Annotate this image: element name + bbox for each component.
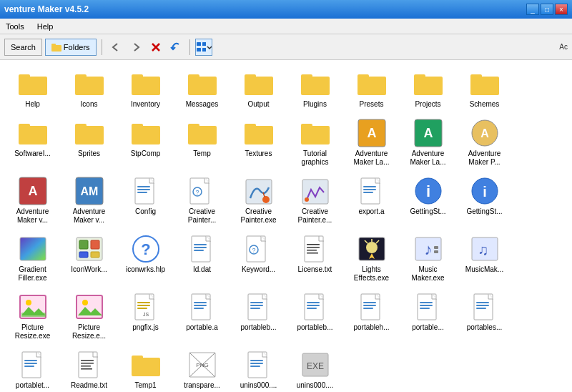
file-item[interactable]: Id.dat [175, 231, 229, 286]
file-item[interactable]: Inventory [119, 66, 172, 112]
file-item[interactable]: SoftwareI... [6, 115, 59, 170]
file-view[interactable]: Help Icons Inventory Messages Output Plu… [0, 60, 572, 392]
file-icon [75, 235, 104, 263]
svg-rect-152 [420, 302, 433, 303]
file-item[interactable]: Presets [345, 66, 398, 112]
file-label: Picture Resize.e... [64, 323, 114, 340]
svg-rect-149 [363, 308, 373, 309]
file-item[interactable]: Readme.txt [62, 347, 116, 392]
file-item[interactable]: portableb... [288, 289, 342, 344]
svg-text:?: ? [252, 247, 255, 254]
file-item[interactable]: Temp [175, 115, 229, 170]
svg-text:i: i [425, 182, 430, 200]
svg-text:♪: ♪ [424, 240, 432, 258]
file-icon [358, 69, 386, 98]
file-item[interactable]: Gradient Filler.exe [6, 231, 59, 286]
svg-rect-37 [19, 127, 46, 144]
file-label: Adventure Maker v... [8, 207, 57, 225]
svg-rect-65 [137, 186, 150, 187]
file-icon [132, 177, 160, 205]
file-item[interactable]: Lights Effects.exe [345, 231, 398, 286]
file-label: Creative Painter.e... [290, 207, 340, 225]
svg-rect-6 [197, 48, 201, 52]
file-item[interactable]: A Adventure Maker La... [401, 115, 455, 170]
file-item[interactable]: portable... [401, 289, 455, 344]
file-item[interactable]: i GettingSt... [458, 173, 511, 228]
file-icon [132, 351, 160, 379]
file-item[interactable]: ♪ Music Maker.exe [401, 231, 455, 286]
file-label: Tutorial graphics [290, 150, 340, 167]
file-item[interactable]: ? iconwrks.hlp [119, 231, 172, 286]
svg-rect-63 [135, 178, 154, 204]
svg-rect-89 [91, 240, 99, 249]
file-label: Plugins [290, 100, 340, 109]
file-item[interactable]: License.txt [288, 231, 342, 286]
svg-rect-1 [51, 44, 56, 46]
file-item[interactable]: ? Keyword... [232, 231, 285, 286]
svg-rect-166 [81, 360, 94, 361]
file-label: Temp1 [121, 381, 170, 390]
search-button[interactable]: Search [4, 39, 42, 56]
file-icon: i [470, 177, 499, 205]
svg-rect-4 [197, 42, 201, 46]
file-item[interactable]: IconWork... [62, 231, 116, 286]
back-button[interactable] [107, 39, 124, 56]
file-item[interactable]: Creative Painter.e... [288, 173, 342, 228]
minimize-button[interactable]: _ [526, 4, 539, 15]
svg-rect-159 [476, 308, 486, 309]
svg-rect-169 [81, 368, 92, 370]
menu-help[interactable]: Help [34, 21, 56, 32]
file-item[interactable]: A Adventure Maker P... [458, 115, 511, 170]
file-item[interactable]: portableh... [345, 289, 398, 344]
file-item[interactable]: A Adventure Maker La... [345, 115, 398, 170]
undo-button[interactable] [167, 39, 184, 56]
menu-tools[interactable]: Tools [3, 21, 27, 32]
file-item[interactable]: export.a [345, 173, 398, 228]
file-icon: ? [132, 235, 160, 263]
file-item[interactable]: Temp1 [119, 347, 172, 392]
file-item[interactable]: ? Creative Painter... [175, 173, 229, 228]
file-item[interactable]: Picture Resize.e... [62, 289, 116, 344]
svg-rect-132 [194, 302, 207, 303]
svg-rect-86 [20, 237, 46, 260]
main-content: Help Icons Inventory Messages Output Plu… [0, 60, 572, 392]
file-item[interactable]: Tutorial graphics [288, 115, 342, 170]
svg-rect-135 [248, 294, 267, 320]
file-item[interactable]: A Adventure Maker v... [6, 173, 59, 228]
delete-button[interactable] [147, 39, 164, 56]
file-item[interactable]: Messages [175, 66, 229, 112]
file-item[interactable]: PNG transpare... [175, 347, 229, 392]
file-item[interactable]: ♫ MusicMak... [458, 231, 511, 286]
file-item[interactable]: Output [232, 66, 285, 112]
file-item[interactable]: Plugins [288, 66, 342, 112]
file-item[interactable]: unins000.... [232, 347, 285, 392]
file-item[interactable]: Creative Painter.exe [232, 173, 285, 228]
file-item[interactable]: portables... [458, 289, 511, 344]
file-item[interactable]: Textures [232, 115, 285, 170]
file-item[interactable]: portable.a [175, 289, 229, 344]
file-item[interactable]: portableb... [232, 289, 285, 344]
file-item[interactable]: portablet... [6, 347, 59, 392]
file-label: Music Maker.exe [403, 265, 453, 283]
file-item[interactable]: EXE unins000.... [288, 347, 342, 392]
file-item[interactable]: StpComp [119, 115, 172, 170]
file-icon [19, 69, 47, 98]
file-label: Help [8, 100, 57, 109]
close-button[interactable]: × [555, 4, 568, 15]
file-icon: i [414, 177, 443, 205]
maximize-button[interactable]: □ [541, 4, 553, 15]
file-item[interactable]: AM Adventure Maker v... [62, 173, 116, 228]
file-icon [470, 293, 499, 321]
file-item[interactable]: i GettingSt... [401, 173, 455, 228]
file-item[interactable]: Schemes [458, 66, 511, 112]
file-item[interactable]: Config [119, 173, 172, 228]
folders-button[interactable]: Folders [45, 39, 97, 56]
file-item[interactable]: Sprites [62, 115, 116, 170]
file-item[interactable]: Icons [62, 66, 116, 112]
file-item[interactable]: JS pngfix.js [119, 289, 172, 344]
view-icons-button[interactable] [195, 39, 212, 56]
forward-button[interactable] [127, 39, 144, 56]
file-item[interactable]: Picture Resize.exe [6, 289, 59, 344]
file-item[interactable]: Help [6, 66, 59, 112]
file-item[interactable]: Projects [401, 66, 455, 112]
